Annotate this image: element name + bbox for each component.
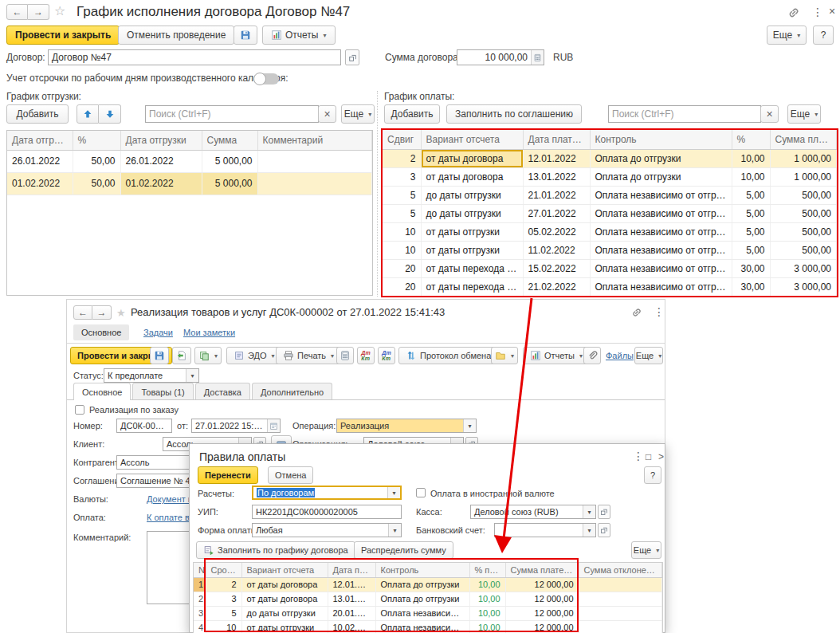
table-cell[interactable]: 5,00 bbox=[732, 186, 770, 204]
table-cell[interactable] bbox=[257, 172, 372, 195]
chevron-down-icon[interactable] bbox=[186, 369, 198, 382]
table-cell[interactable]: от даты перехода … bbox=[421, 277, 523, 296]
table-cell[interactable]: 10,00 bbox=[469, 577, 505, 592]
table-cell[interactable] bbox=[579, 606, 662, 620]
by-order-checkbox[interactable] bbox=[75, 405, 84, 415]
table-cell[interactable]: Оплата независимо от отгр… bbox=[375, 606, 469, 620]
table-cell[interactable]: 10,00 bbox=[732, 149, 770, 167]
table-cell[interactable]: 05.02.2022 bbox=[523, 222, 590, 241]
table-cell[interactable]: 26.01.2022 bbox=[120, 150, 202, 172]
favorite-star-icon[interactable] bbox=[116, 305, 126, 320]
table-cell[interactable]: 13.01.2022 bbox=[523, 167, 590, 186]
transfer-button[interactable]: Перенести bbox=[198, 466, 258, 484]
table-cell[interactable]: от даты отгрузки bbox=[421, 222, 523, 241]
payment-form-select[interactable]: Любая bbox=[252, 523, 402, 537]
save-button[interactable] bbox=[234, 26, 257, 45]
table-row[interactable]: 10от даты отгрузки11.02.2022Оплата незав… bbox=[383, 241, 837, 259]
table-cell[interactable]: 20 bbox=[383, 259, 421, 277]
column-header[interactable]: Вариант отсчета bbox=[241, 563, 328, 577]
column-header[interactable]: % bbox=[732, 130, 770, 149]
nav-tab-notes[interactable]: Мои заметки bbox=[183, 328, 235, 337]
shipment-search-input[interactable] bbox=[145, 105, 319, 123]
table-cell[interactable]: 5 000,00 bbox=[202, 150, 257, 172]
table-cell[interactable]: 5 bbox=[206, 606, 241, 620]
column-header[interactable]: % платежа bbox=[469, 563, 505, 577]
column-header[interactable]: Дата отгрузки bbox=[7, 131, 73, 150]
attach-file-button[interactable] bbox=[583, 347, 601, 364]
reminders-button[interactable] bbox=[491, 347, 518, 364]
table-row[interactable]: 3от даты договора13.01.2022Оплата до отг… bbox=[383, 167, 837, 186]
table-cell[interactable]: от даты договора bbox=[241, 592, 328, 606]
table-cell[interactable] bbox=[579, 592, 662, 606]
table-row[interactable]: 35до даты отгрузки20.01.2022Оплата незав… bbox=[194, 606, 662, 620]
reports-button[interactable]: Отчеты bbox=[262, 26, 336, 45]
tab-goods[interactable]: Товары (1) bbox=[132, 383, 193, 400]
table-row[interactable]: 12от даты договора12.01.2022Оплата до от… bbox=[194, 577, 662, 592]
table-cell[interactable]: 2 bbox=[383, 149, 421, 167]
nav-tab-tasks[interactable]: Задачи bbox=[143, 328, 173, 337]
table-cell[interactable]: 20.01.2022 bbox=[328, 606, 375, 620]
calendar-button[interactable] bbox=[267, 419, 280, 432]
shipment-clear-search-button[interactable] bbox=[318, 105, 336, 123]
column-header[interactable]: Дата платежа bbox=[328, 563, 375, 577]
table-cell[interactable]: 13.01.2022 bbox=[328, 592, 375, 606]
fill-by-schedule-button[interactable]: Заполнить по графику договора bbox=[196, 541, 355, 559]
post-and-close-button[interactable]: Провести и закрыть bbox=[6, 26, 120, 45]
table-cell[interactable]: 500,00 bbox=[770, 204, 837, 222]
table-cell[interactable]: 21.02.2022 bbox=[523, 277, 590, 296]
document-movements-button[interactable] bbox=[357, 347, 375, 364]
table-row[interactable]: 01.02.202250,0001.02.20225 000,00 bbox=[7, 172, 372, 195]
table-cell[interactable]: 50,00 bbox=[73, 172, 120, 195]
copy-link-icon[interactable] bbox=[787, 6, 800, 19]
table-cell[interactable]: 26.01.2022 bbox=[7, 150, 73, 172]
table-cell[interactable]: 4 bbox=[194, 620, 206, 633]
nav-tab-main[interactable]: Основное bbox=[73, 324, 129, 340]
shipment-more-button[interactable]: Еще bbox=[341, 104, 375, 124]
chevron-down-icon[interactable] bbox=[583, 524, 595, 537]
table-cell[interactable]: Оплата независимо от отгру… bbox=[590, 277, 732, 296]
cash-select[interactable]: Деловой союз (RUB) bbox=[470, 505, 596, 519]
table-cell[interactable]: от даты отгрузки bbox=[421, 241, 523, 259]
table-cell[interactable]: 1 000,00 bbox=[770, 167, 837, 186]
table-cell[interactable]: от даты договора bbox=[421, 149, 523, 167]
tab-additional[interactable]: Дополнительно bbox=[252, 383, 332, 400]
calculator-button[interactable] bbox=[531, 50, 544, 65]
table-cell[interactable] bbox=[257, 150, 372, 172]
table-cell[interactable]: 5 000,00 bbox=[202, 172, 257, 195]
open-cash-button[interactable] bbox=[598, 505, 610, 519]
table-cell[interactable]: 5,00 bbox=[732, 241, 770, 259]
table-cell[interactable]: Оплата независимо от отгр… bbox=[375, 620, 469, 633]
related-documents-button[interactable] bbox=[336, 347, 354, 364]
chevron-down-icon[interactable] bbox=[388, 524, 401, 537]
collapse-icon[interactable] bbox=[658, 449, 664, 463]
favorite-star-icon[interactable] bbox=[54, 3, 65, 18]
table-cell[interactable]: 01.02.2022 bbox=[120, 172, 202, 195]
table-cell[interactable]: 30,00 bbox=[732, 259, 770, 277]
table-cell[interactable]: 27.01.2022 bbox=[523, 204, 590, 222]
edo-button[interactable]: ЭДО bbox=[226, 347, 282, 364]
column-header[interactable]: Дата отгрузки bbox=[120, 131, 202, 150]
table-cell[interactable]: Оплата до отгрузки bbox=[590, 167, 732, 186]
table-row[interactable]: 5до даты отгрузки27.01.2022Оплата незави… bbox=[383, 204, 837, 222]
shipment-add-button[interactable]: Добавить bbox=[6, 104, 69, 124]
table-cell[interactable]: от даты отгрузки bbox=[241, 620, 328, 633]
column-header[interactable]: Сумма bbox=[202, 131, 257, 150]
bank-account-select[interactable] bbox=[494, 523, 596, 537]
table-cell[interactable]: 5 bbox=[383, 186, 421, 204]
table-cell[interactable]: 12 000,00 bbox=[505, 620, 579, 633]
files-link[interactable]: Файлы bbox=[606, 351, 634, 360]
column-header[interactable]: Срок (дн) bbox=[206, 563, 241, 577]
contract-field[interactable]: Договор №47 bbox=[48, 49, 341, 65]
table-cell[interactable]: 5 bbox=[383, 204, 421, 222]
distribute-amount-button[interactable]: Распределить сумму bbox=[354, 541, 453, 559]
payment-search-input[interactable] bbox=[608, 105, 761, 123]
table-cell[interactable]: 12 000,00 bbox=[505, 577, 579, 592]
column-header[interactable]: N bbox=[194, 563, 206, 577]
close-window-icon[interactable] bbox=[829, 4, 835, 18]
table-cell[interactable]: 5,00 bbox=[732, 222, 770, 241]
tab-delivery[interactable]: Доставка bbox=[195, 383, 250, 400]
table-cell[interactable]: 10 bbox=[383, 241, 421, 259]
kebab-menu-icon[interactable] bbox=[654, 305, 665, 319]
table-row[interactable]: 26.01.202250,0026.01.20225 000,00 bbox=[7, 150, 372, 172]
payment-add-button[interactable]: Добавить bbox=[384, 104, 440, 124]
